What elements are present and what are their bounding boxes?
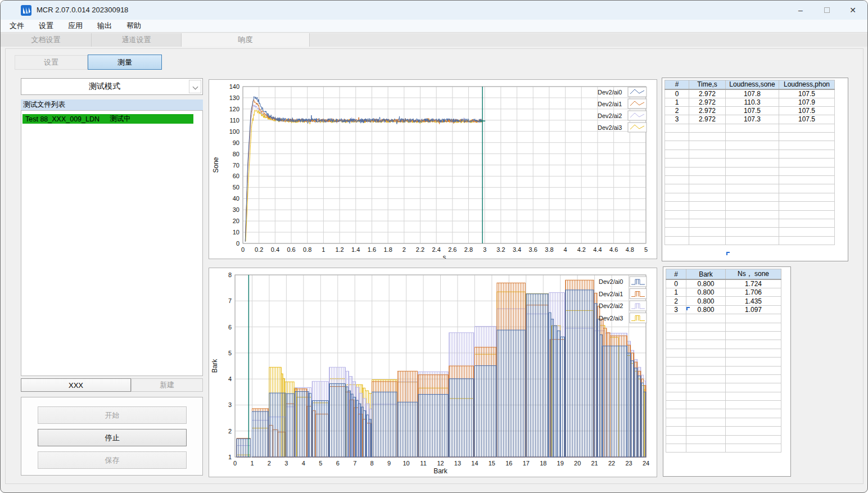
table-row[interactable] (665, 176, 835, 184)
table-row[interactable] (665, 133, 835, 141)
table-cell[interactable] (686, 314, 726, 323)
table-cell[interactable] (726, 167, 779, 175)
table-cell[interactable] (666, 340, 686, 349)
table-row[interactable]: 20.8001.435 (666, 297, 781, 305)
table-cell[interactable] (666, 418, 686, 426)
table-cell[interactable] (726, 133, 779, 141)
table-row[interactable]: 22.972107.5107.5 (665, 106, 835, 115)
table-cell[interactable] (665, 210, 689, 219)
subtab-measure[interactable]: 测量 (88, 55, 162, 70)
table-row[interactable]: 10.8001.706 (666, 288, 781, 297)
table-row[interactable] (665, 193, 835, 201)
legend-label[interactable]: Dev2/ai1 (599, 291, 623, 297)
table-row[interactable] (665, 141, 835, 150)
legend-label[interactable]: Dev2/ai0 (599, 278, 623, 285)
table-cell[interactable] (726, 444, 781, 453)
table-cell[interactable] (686, 366, 726, 374)
table-cell[interactable]: 2 (666, 297, 686, 305)
table-cell[interactable]: 1.435 (726, 297, 781, 305)
table-row[interactable] (666, 392, 781, 400)
table-cell[interactable] (726, 193, 779, 201)
table-cell[interactable]: 2.972 (689, 98, 726, 106)
table-cell[interactable] (666, 401, 686, 409)
table-cell[interactable] (666, 409, 686, 418)
chevron-down-icon[interactable] (189, 80, 201, 93)
table-cell[interactable] (779, 184, 835, 193)
table-row[interactable] (665, 228, 835, 236)
menu-help[interactable]: 帮助 (124, 21, 143, 31)
table-cell[interactable] (686, 401, 726, 409)
table-cell[interactable]: 2.972 (689, 106, 726, 115)
table-row[interactable] (666, 418, 781, 426)
table-cell[interactable]: 3 (666, 305, 686, 314)
table-cell[interactable]: 110.3 (726, 98, 779, 106)
table-cell[interactable]: 1.097 (726, 305, 781, 314)
maximize-button[interactable] (814, 1, 840, 19)
table-cell[interactable] (726, 435, 781, 444)
tab-loudness[interactable]: 响度 (182, 33, 310, 47)
table-cell[interactable] (726, 409, 781, 418)
table-row[interactable] (665, 219, 835, 227)
table-cell[interactable]: 0.800 (686, 288, 726, 297)
save-button[interactable]: 保存 (38, 451, 187, 469)
table-cell[interactable] (666, 435, 686, 444)
test-mode-dropdown[interactable]: 测试模式 (21, 78, 203, 95)
table-cell[interactable] (726, 401, 781, 409)
table-cell[interactable] (726, 176, 779, 184)
table-row[interactable] (665, 184, 835, 193)
table-cell[interactable] (689, 133, 726, 141)
table-row[interactable] (665, 124, 835, 132)
table-row[interactable] (666, 314, 781, 323)
table-cell[interactable]: 107.8 (726, 89, 779, 98)
table-cell[interactable] (726, 159, 779, 167)
table-cell[interactable] (779, 228, 835, 236)
legend-label[interactable]: Dev2/ai3 (598, 124, 622, 131)
table-cell[interactable] (689, 219, 726, 227)
table-cell[interactable] (665, 219, 689, 227)
table-cell[interactable] (689, 228, 726, 236)
table-cell[interactable]: 107.9 (779, 98, 835, 106)
menu-apply[interactable]: 应用 (66, 21, 85, 31)
table-row[interactable]: 30.8001.097 (666, 305, 781, 314)
menu-output[interactable]: 输出 (95, 21, 114, 31)
table-cell[interactable] (665, 167, 689, 175)
table-cell[interactable] (686, 418, 726, 426)
table-cell[interactable] (779, 141, 835, 150)
table-cell[interactable] (726, 358, 781, 366)
list-item[interactable]: Test 88_XXX_009_LDN 测试中 (22, 114, 193, 124)
table-cell[interactable]: 0.800 (686, 297, 726, 305)
table-cell[interactable] (779, 210, 835, 219)
table-row[interactable] (666, 340, 781, 349)
table-cell[interactable] (686, 349, 726, 357)
table-cell[interactable] (689, 236, 726, 245)
table-cell[interactable] (726, 219, 779, 227)
table-cell[interactable] (686, 331, 726, 340)
table-cell[interactable]: 0.800 (686, 305, 726, 314)
table-cell[interactable] (779, 236, 835, 245)
table-row[interactable] (665, 159, 835, 167)
table-cell[interactable] (665, 141, 689, 150)
xxx-button[interactable]: XXX (21, 378, 131, 392)
table-cell[interactable] (779, 167, 835, 175)
table-row[interactable] (666, 435, 781, 444)
table-row[interactable] (665, 210, 835, 219)
table-cell[interactable] (666, 366, 686, 374)
table-cell[interactable] (726, 427, 781, 435)
table-cell[interactable] (666, 323, 686, 331)
table-cell[interactable] (779, 193, 835, 201)
table-row[interactable] (666, 409, 781, 418)
table-cell[interactable] (686, 409, 726, 418)
legend-label[interactable]: Dev2/ai3 (599, 315, 623, 322)
test-file-listbox[interactable]: Test 88_XXX_009_LDN 测试中 (21, 110, 203, 376)
table-cell[interactable] (689, 184, 726, 193)
table-cell[interactable] (686, 323, 726, 331)
table-cell[interactable]: 3 (665, 115, 689, 124)
table-cell[interactable] (665, 124, 689, 132)
table-cell[interactable] (665, 176, 689, 184)
table-row[interactable]: 02.972107.8107.5 (665, 89, 835, 98)
table-cell[interactable] (689, 202, 726, 210)
table-cell[interactable] (666, 444, 686, 453)
table-cell[interactable] (779, 219, 835, 227)
minimize-button[interactable]: – (788, 1, 813, 19)
table-cell[interactable] (726, 366, 781, 374)
